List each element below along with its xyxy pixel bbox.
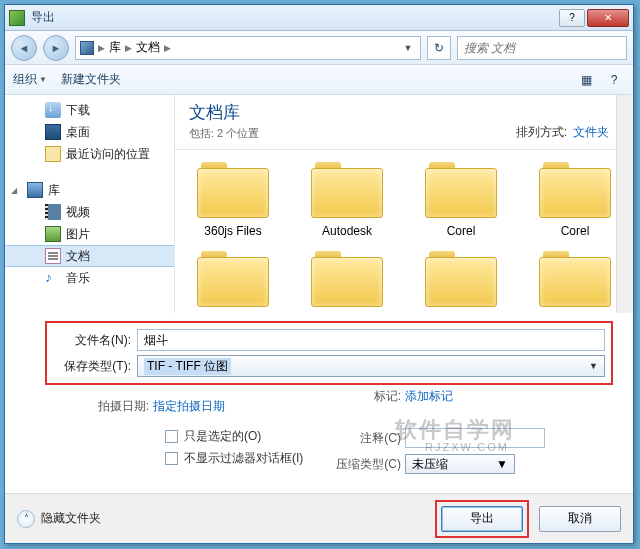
highlight-box: 文件名(N): 保存类型(T): TIF - TIFF 位图 ▼: [45, 321, 613, 385]
sidebar-item-recent[interactable]: 最近访问的位置: [5, 143, 174, 165]
video-icon: [45, 204, 61, 220]
nav-forward-button[interactable]: ►: [43, 35, 69, 61]
address-dropdown[interactable]: ▼: [400, 43, 416, 53]
checkbox[interactable]: [165, 430, 178, 443]
chevron-down-icon: ◢: [11, 186, 17, 195]
library-title: 文档库: [189, 101, 259, 124]
desktop-icon: [45, 124, 61, 140]
folder-icon: [535, 245, 615, 309]
folder-icon: [307, 245, 387, 309]
organize-menu[interactable]: 组织▼: [13, 71, 47, 88]
export-button[interactable]: 导出: [441, 506, 523, 532]
help-icon[interactable]: ?: [603, 70, 625, 90]
music-icon: ♪: [45, 270, 61, 286]
tags-value[interactable]: 添加标记: [405, 388, 453, 405]
right-metadata: 标记: 添加标记 注释(C) 压缩类型(C) 未压缩 ▼: [331, 385, 621, 475]
window-title: 导出: [31, 9, 559, 26]
folder-item[interactable]: Corel: [411, 156, 511, 241]
sidebar-item-videos[interactable]: 视频: [5, 201, 174, 223]
view-mode-button[interactable]: ▦: [575, 70, 597, 90]
close-button[interactable]: ✕: [587, 9, 629, 27]
download-icon: [45, 102, 61, 118]
sidebar-item-pictures[interactable]: 图片: [5, 223, 174, 245]
divider: [175, 149, 633, 150]
breadcrumb-seg[interactable]: 文档: [136, 39, 160, 56]
comment-input[interactable]: [405, 428, 545, 448]
sort-value[interactable]: 文件夹: [573, 124, 609, 141]
vertical-scrollbar[interactable]: [616, 95, 633, 313]
shootdate-value[interactable]: 指定拍摄日期: [153, 398, 225, 415]
filename-input[interactable]: [137, 329, 605, 351]
folder-item[interactable]: 360js Files: [183, 156, 283, 241]
library-icon: [27, 182, 43, 198]
nav-back-button[interactable]: ◄: [11, 35, 37, 61]
chevron-down-icon: ▼: [496, 457, 508, 471]
toolbar: 组织▼ 新建文件夹 ▦ ?: [5, 65, 633, 95]
filename-section: 文件名(N): 保存类型(T): TIF - TIFF 位图 ▼: [5, 313, 633, 391]
content-pane: 文档库 包括: 2 个位置 排列方式: 文件夹 ▼ 360js Files Au…: [175, 95, 633, 313]
nav-bar: ◄ ► ▶ 库 ▶ 文档 ▶ ▼ ↻: [5, 31, 633, 65]
app-icon: [9, 10, 25, 26]
compress-label: 压缩类型(C): [331, 456, 405, 473]
refresh-button[interactable]: ↻: [427, 36, 451, 60]
sidebar-item-desktop[interactable]: 桌面: [5, 121, 174, 143]
checkbox[interactable]: [165, 452, 178, 465]
document-icon: [45, 248, 61, 264]
tags-label: 标记:: [331, 388, 405, 405]
only-selected-label: 只是选定的(O): [184, 428, 261, 445]
folder-icon: [307, 156, 387, 220]
folder-icon: [193, 156, 273, 220]
shootdate-label: 拍摄日期:: [45, 398, 153, 415]
filetype-combo[interactable]: TIF - TIFF 位图 ▼: [137, 355, 605, 377]
footer: ˄ 隐藏文件夹 导出 取消: [5, 493, 633, 543]
sidebar-item-documents[interactable]: 文档: [5, 245, 174, 267]
new-folder-button[interactable]: 新建文件夹: [61, 71, 121, 88]
titlebar: 导出 ? ✕: [5, 5, 633, 31]
chevron-right-icon: ▶: [164, 43, 171, 53]
comment-label: 注释(C): [331, 430, 405, 447]
compress-combo[interactable]: 未压缩 ▼: [405, 454, 515, 474]
library-icon: [80, 41, 94, 55]
chevron-right-icon: ▶: [98, 43, 105, 53]
chevron-up-icon: ˄: [17, 510, 35, 528]
sidebar-item-music[interactable]: ♪音乐: [5, 267, 174, 289]
sort-label: 排列方式:: [516, 124, 567, 141]
filetype-label: 保存类型(T):: [53, 358, 131, 375]
search-input[interactable]: [457, 36, 627, 60]
sort-control[interactable]: 排列方式: 文件夹 ▼: [516, 124, 623, 141]
body-area: 下载 桌面 最近访问的位置 ◢库 视频 图片 文档 ♪音乐 文档库 包括: 2 …: [5, 95, 633, 313]
folder-icon: [421, 245, 501, 309]
folder-item[interactable]: [525, 245, 625, 313]
help-button[interactable]: ?: [559, 9, 585, 27]
folder-icon: [535, 156, 615, 220]
folder-item[interactable]: Autodesk: [297, 156, 397, 241]
folder-item[interactable]: [183, 245, 283, 313]
chevron-down-icon: ▼: [589, 361, 598, 371]
sidebar: 下载 桌面 最近访问的位置 ◢库 视频 图片 文档 ♪音乐: [5, 95, 175, 313]
no-filter-label: 不显示过滤器对话框(I): [184, 450, 303, 467]
highlight-box: 导出: [435, 500, 529, 538]
folder-item[interactable]: [411, 245, 511, 313]
recent-icon: [45, 146, 61, 162]
picture-icon: [45, 226, 61, 242]
sidebar-item-library[interactable]: ◢库: [5, 179, 174, 201]
folder-item[interactable]: [297, 245, 397, 313]
sidebar-item-downloads[interactable]: 下载: [5, 99, 174, 121]
filename-label: 文件名(N):: [53, 332, 131, 349]
folder-icon: [421, 156, 501, 220]
address-bar[interactable]: ▶ 库 ▶ 文档 ▶ ▼: [75, 36, 421, 60]
compress-value: 未压缩: [412, 456, 448, 473]
chevron-right-icon: ▶: [125, 43, 132, 53]
folder-icon: [193, 245, 273, 309]
filetype-value: TIF - TIFF 位图: [144, 358, 231, 375]
folder-grid: 360js Files Autodesk Corel Corel: [175, 152, 633, 245]
cancel-button[interactable]: 取消: [539, 506, 621, 532]
folder-item[interactable]: Corel: [525, 156, 625, 241]
library-subtitle: 包括: 2 个位置: [189, 126, 259, 141]
hide-folders-toggle[interactable]: ˄ 隐藏文件夹: [17, 510, 101, 528]
breadcrumb-seg[interactable]: 库: [109, 39, 121, 56]
export-dialog: 导出 ? ✕ ◄ ► ▶ 库 ▶ 文档 ▶ ▼ ↻ 组织▼ 新建文件夹 ▦ ?: [4, 4, 634, 544]
